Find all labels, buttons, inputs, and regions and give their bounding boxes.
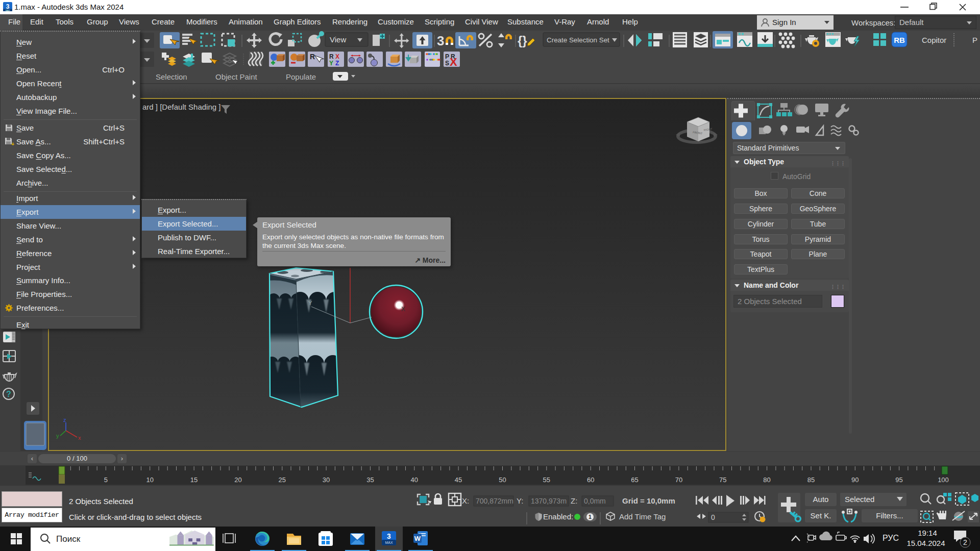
svg-text:19:14: 19:14 xyxy=(918,529,937,537)
svg-text:80: 80 xyxy=(763,476,770,484)
svg-text:+: + xyxy=(11,141,14,146)
svg-text:5: 5 xyxy=(104,476,108,484)
svg-text:50: 50 xyxy=(499,476,506,484)
svg-text:3: 3 xyxy=(437,33,444,48)
svg-text:40: 40 xyxy=(411,476,418,484)
svg-text:Create Selection Set: Create Selection Set xyxy=(547,36,609,44)
svg-text:70: 70 xyxy=(675,476,682,484)
svg-text:25: 25 xyxy=(279,476,286,484)
svg-text:X: X xyxy=(335,53,339,60)
svg-text:R: R xyxy=(329,53,334,60)
svg-text:15.04.2024: 15.04.2024 xyxy=(906,539,945,547)
svg-text:15: 15 xyxy=(190,476,198,484)
svg-text:View: View xyxy=(330,35,346,44)
svg-text:P: P xyxy=(972,36,977,44)
svg-text:75: 75 xyxy=(719,476,726,484)
svg-text:85: 85 xyxy=(807,476,815,484)
svg-text:10: 10 xyxy=(146,476,153,484)
svg-text:Filters...: Filters... xyxy=(876,511,903,520)
svg-text:Selected: Selected xyxy=(845,495,874,504)
svg-text:Z: Z xyxy=(335,60,339,67)
svg-text:Y: Y xyxy=(329,60,333,67)
svg-text:Copitor: Copitor xyxy=(922,36,946,44)
svg-text:55: 55 xyxy=(543,476,550,484)
svg-text:MAX: MAX xyxy=(6,9,10,12)
svg-text:R: R xyxy=(310,53,315,61)
svg-text:60: 60 xyxy=(587,476,594,484)
svg-text:35: 35 xyxy=(366,476,374,484)
svg-text:95: 95 xyxy=(895,476,902,484)
svg-text:30: 30 xyxy=(323,476,330,484)
svg-text:z: z xyxy=(63,417,66,423)
svg-text:РУС: РУС xyxy=(883,534,899,542)
svg-text:RB: RB xyxy=(894,36,905,44)
svg-text:X: X xyxy=(401,306,405,313)
svg-text:?: ? xyxy=(6,390,11,398)
svg-text:2: 2 xyxy=(963,538,967,546)
svg-text:90: 90 xyxy=(851,476,859,484)
svg-text:X: X xyxy=(450,56,457,68)
svg-text:100: 100 xyxy=(938,476,949,484)
svg-text:Set K.: Set K. xyxy=(811,511,831,520)
svg-text:S: S xyxy=(445,60,449,67)
svg-text:y: y xyxy=(56,433,59,439)
svg-text:0: 0 xyxy=(711,513,715,521)
svg-text:45: 45 xyxy=(455,476,462,484)
svg-text:20: 20 xyxy=(234,476,241,484)
svg-text:x: x xyxy=(78,435,81,441)
svg-text:{}: {} xyxy=(518,34,527,47)
svg-text:65: 65 xyxy=(631,476,638,484)
svg-text:Y: Y xyxy=(308,300,312,306)
svg-text:Auto: Auto xyxy=(813,495,829,504)
